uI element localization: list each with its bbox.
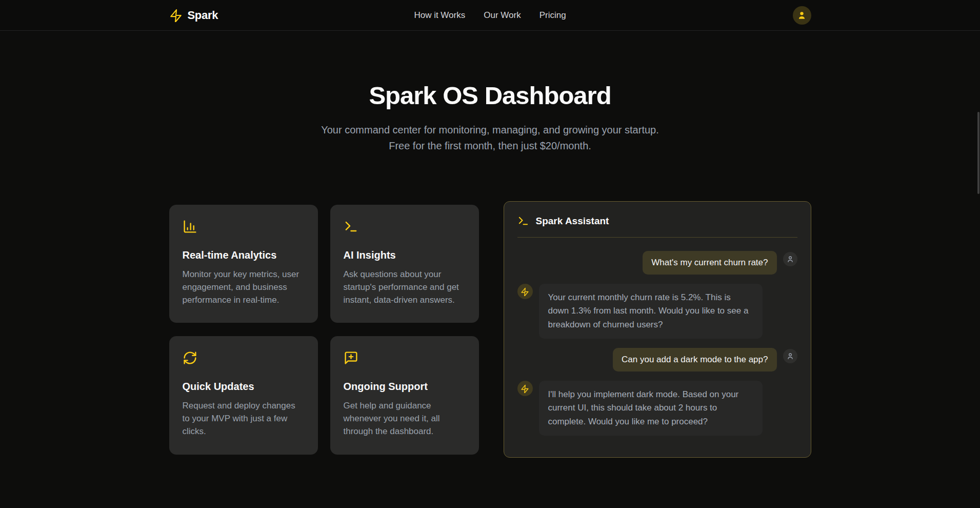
- card-title: Ongoing Support: [344, 381, 466, 393]
- zap-icon: [521, 287, 529, 296]
- nav-link-our-work[interactable]: Our Work: [484, 10, 521, 21]
- user-avatar: [783, 252, 797, 266]
- top-nav: Spark How it Works Our Work Pricing: [0, 0, 980, 31]
- brand-logo[interactable]: Spark: [169, 9, 218, 22]
- assistant-avatar: [517, 381, 533, 396]
- card-title: Quick Updates: [183, 381, 305, 393]
- nav-link-pricing[interactable]: Pricing: [539, 10, 566, 21]
- assistant-panel-header: Spark Assistant: [517, 215, 797, 227]
- user-message-bubble: What's my current churn rate?: [643, 251, 776, 275]
- user-icon: [786, 352, 794, 360]
- card-description: Monitor your key metrics, user engagemen…: [183, 268, 305, 306]
- message-square-plus-icon: [344, 358, 358, 367]
- card-quick-updates[interactable]: Quick Updates Request and deploy changes…: [169, 336, 318, 454]
- card-description: Request and deploy changes to your MVP w…: [183, 399, 305, 438]
- nav-link-how-it-works[interactable]: How it Works: [414, 10, 465, 21]
- user-avatar: [783, 349, 797, 363]
- nav-links: How it Works Our Work Pricing: [414, 10, 566, 21]
- chat-message-assistant: Your current monthly churn rate is 5.2%.…: [517, 284, 797, 339]
- assistant-message-bubble: Your current monthly churn rate is 5.2%.…: [539, 284, 763, 339]
- chat-message-user: Can you add a dark mode to the app?: [517, 348, 797, 372]
- page-scrollbar-thumb[interactable]: [977, 112, 979, 194]
- spark-assistant-panel: Spark Assistant What's my current churn …: [504, 201, 811, 458]
- main-content: Real-time Analytics Monitor your key met…: [0, 201, 980, 458]
- card-title: AI Insights: [344, 249, 466, 261]
- brand-name: Spark: [188, 9, 218, 22]
- card-title: Real-time Analytics: [183, 249, 305, 261]
- chat-messages: What's my current churn rate? Your curre…: [517, 251, 797, 436]
- page-subtitle: Your command center for monitoring, mana…: [313, 122, 667, 154]
- chart-column-icon: [183, 227, 197, 236]
- terminal-icon: [517, 215, 529, 227]
- user-avatar-button[interactable]: [793, 6, 811, 25]
- card-ai-insights[interactable]: AI Insights Ask questions about your sta…: [330, 205, 479, 323]
- terminal-icon: [344, 227, 358, 236]
- zap-icon: [169, 9, 183, 22]
- chat-message-assistant: I'll help you implement dark mode. Based…: [517, 381, 797, 436]
- panel-divider: [517, 237, 797, 238]
- nav-container: Spark How it Works Our Work Pricing: [169, 0, 811, 30]
- card-description: Get help and guidance whenever you need …: [344, 399, 466, 438]
- card-real-time-analytics[interactable]: Real-time Analytics Monitor your key met…: [169, 205, 318, 323]
- hero-section: Spark OS Dashboard Your command center f…: [0, 31, 980, 154]
- feature-cards-grid: Real-time Analytics Monitor your key met…: [169, 205, 479, 455]
- chat-message-user: What's my current churn rate?: [517, 251, 797, 275]
- page-title: Spark OS Dashboard: [0, 81, 980, 110]
- assistant-avatar: [517, 284, 533, 299]
- user-message-bubble: Can you add a dark mode to the app?: [613, 348, 776, 372]
- assistant-panel-title: Spark Assistant: [536, 216, 609, 227]
- refresh-icon: [183, 358, 197, 367]
- card-description: Ask questions about your startup's perfo…: [344, 268, 466, 306]
- user-icon: [786, 255, 794, 263]
- user-icon: [797, 10, 807, 20]
- card-ongoing-support[interactable]: Ongoing Support Get help and guidance wh…: [330, 336, 479, 454]
- zap-icon: [521, 384, 529, 393]
- assistant-message-bubble: I'll help you implement dark mode. Based…: [539, 381, 763, 436]
